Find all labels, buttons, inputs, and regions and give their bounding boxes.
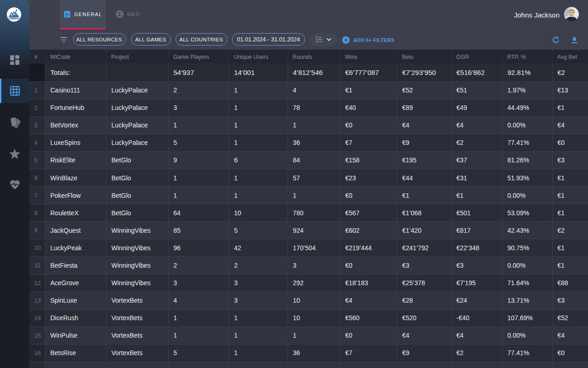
svg-text:COMPANY: COMPANY [9, 17, 19, 20]
svg-text:SLOGAN TEXT: SLOGAN TEXT [11, 19, 17, 20]
